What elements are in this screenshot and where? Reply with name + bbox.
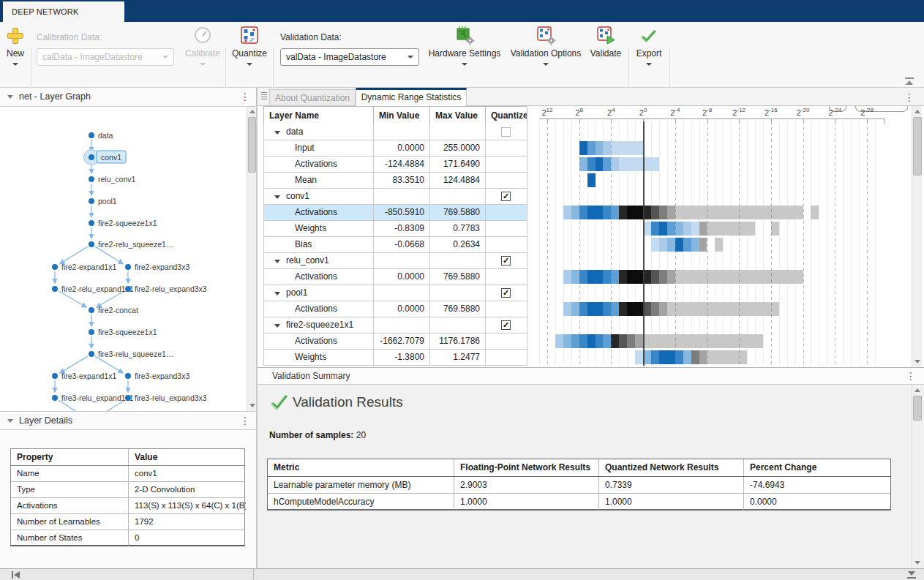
details-cell-value: 0: [129, 530, 246, 546]
scrollbar-thumb[interactable]: [248, 117, 256, 173]
scrollbar-thumb[interactable]: [913, 117, 922, 176]
histogram-bar-segment: [579, 141, 587, 155]
chevron-down-icon: [543, 63, 549, 66]
gridline-major: [675, 121, 676, 366]
histogram-bar-segment: [771, 222, 779, 236]
graph-node-data[interactable]: data: [89, 131, 113, 140]
histogram-bar-segment: [627, 206, 635, 219]
histogram-bar-fire2-squeeze1x1-activations: [555, 334, 763, 348]
chevron-down-icon: [200, 63, 206, 66]
histogram-bar-segment: [643, 334, 763, 348]
quantize-button[interactable]: Quantize: [228, 26, 271, 73]
graph-node-fire3-expand1x1[interactable]: fire3-expand1x1: [52, 372, 116, 380]
histogram-bar-segment: [659, 222, 667, 236]
graph-node-fire3-relu-expand1x1[interactable]: fire3-relu_expand1x1: [52, 393, 134, 402]
graph-node-label: conv1: [101, 153, 121, 162]
graph-node-fire2-relu-squeeze1-[interactable]: fire2-relu_squeeze1…: [89, 240, 173, 249]
graph-node-fire2-relu-expand1x1[interactable]: fire2-relu_expand1x1: [52, 285, 134, 293]
calibrate-button[interactable]: Calibrate: [184, 26, 221, 73]
histogram-bar-segment: [579, 270, 587, 284]
histogram-bar-segment: [603, 334, 611, 348]
collapse-left-icon[interactable]: [12, 571, 22, 579]
histogram-bar-segment: [579, 206, 587, 219]
graph-node-fire2-relu-expand3x3[interactable]: fire2-relu_expand3x3: [125, 285, 207, 293]
layer-graph-canvas[interactable]: dataconv1relu_conv1pool1fire2-squeeze1x1…: [0, 107, 256, 411]
collapse-panel-icon[interactable]: [7, 419, 13, 423]
graph-node-fire3-squeeze1x1[interactable]: fire3-squeeze1x1: [89, 328, 157, 336]
graph-node-fire2-expand3x3[interactable]: fire2-expand3x3: [125, 263, 189, 271]
collapse-down-icon[interactable]: [907, 571, 916, 579]
new-button[interactable]: New: [1, 26, 29, 73]
scroll-up-icon[interactable]: [914, 110, 920, 113]
graph-node-fire3-relu-squeeze1-[interactable]: fire3-relu_squeeze1…: [89, 350, 173, 358]
details-row-number-of-states: Number of States0: [10, 530, 245, 546]
validate-button[interactable]: Validate: [586, 26, 626, 73]
stats-tabbar: About Quantization Dynamic Range Statist…: [258, 88, 924, 106]
graph-node-fire3-expand3x3[interactable]: fire3-expand3x3: [125, 372, 189, 380]
graph-node-fire2-concat[interactable]: fire2-concat: [89, 306, 138, 315]
panel-menu-icon[interactable]: ⋮: [906, 371, 916, 381]
export-button[interactable]: Export: [630, 26, 668, 73]
gridline-major: [771, 121, 772, 366]
gridline-minor: [747, 121, 748, 366]
scroll-down-icon[interactable]: [249, 404, 255, 407]
validation-row-1: hComputeModelAccuracy1.00001.00000.0000: [267, 494, 891, 511]
tab-dynamic-range-statistics[interactable]: Dynamic Range Statistics: [356, 88, 467, 106]
histogram-bar-segment: [635, 334, 643, 348]
gridline-major: [835, 121, 835, 366]
hardware-settings-button[interactable]: Hardware Settings: [425, 26, 504, 73]
histogram-bar-segment: [555, 334, 563, 348]
gridline-major: [611, 121, 612, 366]
tab-about-quantization[interactable]: About Quantization: [269, 89, 356, 106]
chevron-down-icon: [247, 63, 252, 66]
graph-node-relu-conv1[interactable]: relu_conv1: [89, 175, 136, 184]
green-check-icon: [269, 393, 288, 411]
scroll-up-icon[interactable]: [914, 388, 920, 392]
histogram-bar-segment: [611, 206, 619, 219]
validation-metrics-table: MetricFloating-Point Network ResultsQuan…: [267, 459, 891, 511]
graph-node-fire3-relu-expand3x3[interactable]: fire3-relu_expand3x3: [125, 393, 207, 402]
histogram-bar-segment: [587, 270, 596, 284]
x-tick-label: 28: [568, 107, 591, 117]
graph-node-label: fire2-expand1x1: [61, 263, 116, 271]
histogram-scrollbar[interactable]: [912, 106, 922, 367]
validation-table-header-row: MetricFloating-Point Network ResultsQuan…: [267, 459, 891, 477]
collapse-panel-icon[interactable]: [7, 95, 13, 99]
panel-menu-icon[interactable]: ⋮: [240, 91, 250, 102]
graph-node-label: fire2-squeeze1x1: [98, 219, 157, 227]
gridline-minor: [731, 121, 732, 366]
x-tick: [771, 118, 772, 122]
details-cell-property: Number of Learnables: [11, 514, 129, 530]
histogram-bar-segment: [635, 206, 643, 219]
graph-node-pool1[interactable]: pool1: [89, 197, 117, 206]
x-tick-label: 212: [536, 107, 559, 117]
drag-grip-icon[interactable]: [261, 92, 267, 102]
scrollbar-thumb[interactable]: [913, 396, 922, 421]
chevron-down-icon: [462, 63, 467, 66]
scroll-down-icon[interactable]: [914, 360, 920, 364]
x-tick-label: 2-12: [727, 107, 751, 117]
gridline-minor: [755, 121, 756, 366]
validation-scrollbar[interactable]: [912, 385, 922, 568]
graph-node-fire2-squeeze1x1[interactable]: fire2-squeeze1x1: [89, 219, 157, 227]
collapse-toolstrip-icon[interactable]: [904, 78, 914, 86]
panel-menu-icon[interactable]: ⋮: [240, 415, 250, 426]
graph-node-conv1[interactable]: conv1: [84, 150, 127, 165]
panel-menu-icon[interactable]: ⋮: [904, 92, 914, 102]
calibration-data-combobox[interactable]: calData - ImageDatastore: [37, 48, 174, 66]
gridline-minor: [555, 121, 556, 366]
validation-data-combobox[interactable]: valData - ImageDatastore: [280, 48, 419, 66]
validation-header-metric: Metric: [268, 459, 454, 476]
details-cell-property: Type: [11, 482, 129, 497]
graph-node-fire2-expand1x1[interactable]: fire2-expand1x1: [52, 263, 116, 271]
validation-options-button[interactable]: Validation Options: [506, 26, 586, 73]
scroll-up-icon[interactable]: [249, 110, 255, 113]
histogram-bar-segment: [667, 302, 779, 316]
chevron-down-icon: [162, 56, 168, 59]
x-tick-label: 2-8: [696, 107, 719, 117]
tab-deep-network-quantizer[interactable]: DEEP NETWORK QUANTIZER: [3, 1, 124, 22]
histogram-bar-segment: [699, 222, 707, 236]
scroll-down-icon[interactable]: [914, 561, 920, 565]
details-row-number-of-learnables: Number of Learnables1792: [10, 514, 245, 530]
layer-graph-scrollbar[interactable]: [247, 107, 256, 411]
